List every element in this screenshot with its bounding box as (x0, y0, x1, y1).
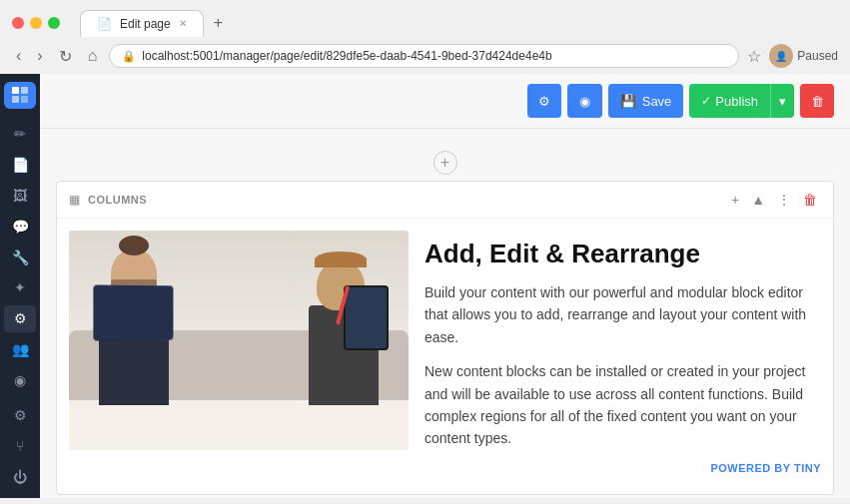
tab-favicon: 📄 (97, 17, 112, 31)
reload-button[interactable]: ↻ (55, 45, 76, 68)
block1-para2: New content blocks can be installed or c… (425, 360, 821, 450)
sidebar-item-media[interactable]: 🖼 (4, 183, 36, 210)
svg-rect-3 (21, 96, 28, 103)
columns-block-header: ▦ COLUMNS + ▲ ⋮ 🗑 (57, 182, 833, 219)
eye-icon: ◉ (579, 94, 590, 109)
avatar: 👤 (769, 44, 793, 68)
traffic-lights (12, 17, 60, 29)
address-bar[interactable]: 🔒 localhost:5001/manager/page/edit/829df… (109, 44, 739, 68)
columns-type-label: COLUMNS (88, 194, 147, 206)
profile-label: Paused (797, 49, 838, 63)
save-button[interactable]: 💾 Save (608, 84, 684, 118)
publish-dropdown-button[interactable]: ▾ (770, 84, 794, 118)
back-button[interactable]: ‹ (12, 45, 25, 67)
sidebar-item-edit[interactable]: ✏ (4, 121, 36, 148)
block1-heading: Add, Edit & Rearrange (425, 239, 821, 269)
gear-icon: ⚙ (538, 94, 550, 109)
add-block-top: + (56, 151, 834, 175)
columns-block-actions: + ▲ ⋮ 🗑 (727, 190, 821, 210)
sidebar-item-comments[interactable]: 💬 (4, 213, 36, 240)
sidebar-item-users[interactable]: 👥 (4, 336, 36, 363)
sidebar-logo (4, 82, 36, 109)
settings-button[interactable]: ⚙ (527, 84, 561, 118)
app-layout: ✏ 📄 🖼 💬 🔧 ✦ ⚙ 👥 ◉ ⚙ ⑂ ⏻ ⚙ ◉ 💾 Save (0, 74, 850, 498)
add-block-top-button[interactable]: + (433, 151, 457, 175)
tab-title: Edit page (120, 17, 171, 31)
minimize-light[interactable] (30, 17, 42, 29)
sidebar-item-tools[interactable]: 🔧 (4, 244, 36, 270)
address-bar-row: ‹ › ↻ ⌂ 🔒 localhost:5001/manager/page/ed… (0, 38, 850, 74)
maximize-light[interactable] (48, 17, 60, 29)
browser-chrome: 📄 Edit page ✕ + ‹ › ↻ ⌂ 🔒 localhost:5001… (0, 0, 850, 74)
svg-rect-1 (21, 87, 28, 94)
toolbar: ⚙ ◉ 💾 Save ✓ Publish ▾ 🗑 (40, 74, 850, 129)
new-tab-button[interactable]: + (204, 8, 233, 38)
lock-icon: 🔒 (122, 50, 136, 63)
sidebar-item-settings[interactable]: ⚙ (4, 305, 36, 332)
preview-button[interactable]: ◉ (567, 84, 602, 118)
block1-para1: Build your content with our powerful and… (425, 281, 821, 348)
column-image (69, 231, 409, 482)
save-label: Save (642, 94, 672, 109)
profile-button[interactable]: 👤 Paused (769, 44, 838, 68)
svg-rect-0 (12, 87, 19, 94)
columns-content: Add, Edit & Rearrange Build your content… (57, 219, 833, 494)
powered-by-label: POWERED BY TINY (425, 462, 821, 474)
column-text: Add, Edit & Rearrange Build your content… (425, 231, 821, 482)
columns-more-button[interactable]: ⋮ (773, 190, 795, 210)
sidebar: ✏ 📄 🖼 💬 🔧 ✦ ⚙ 👥 ◉ ⚙ ⑂ ⏻ (0, 74, 40, 498)
chevron-down-icon: ▾ (779, 94, 786, 109)
active-tab[interactable]: 📄 Edit page ✕ (80, 10, 204, 37)
columns-delete-button[interactable]: 🗑 (799, 190, 821, 210)
columns-up-button[interactable]: ▲ (747, 190, 769, 210)
sidebar-item-integrations[interactable]: ✦ (4, 274, 36, 301)
svg-rect-2 (12, 96, 19, 103)
trash-icon: 🗑 (811, 94, 824, 109)
forward-button[interactable]: › (33, 45, 46, 67)
sidebar-item-plugins[interactable]: ⚙ (4, 401, 36, 428)
publish-group: ✓ Publish ▾ (689, 84, 794, 118)
close-light[interactable] (12, 17, 24, 29)
check-icon: ✓ (701, 94, 711, 108)
home-button[interactable]: ⌂ (84, 45, 102, 67)
sidebar-item-pages[interactable]: 📄 (4, 152, 36, 179)
page-editing-area: + ▦ COLUMNS + ▲ ⋮ 🗑 (40, 129, 850, 498)
main-content: ⚙ ◉ 💾 Save ✓ Publish ▾ 🗑 (40, 74, 850, 498)
columns-add-button[interactable]: + (727, 190, 743, 210)
tab-bar: 📄 Edit page ✕ + (80, 8, 233, 38)
sidebar-item-power[interactable]: ⏻ (4, 463, 36, 490)
sidebar-item-visibility[interactable]: ◉ (4, 367, 36, 394)
delete-button[interactable]: 🗑 (800, 84, 834, 118)
columns-icon: ▦ (69, 193, 80, 207)
tab-close-button[interactable]: ✕ (179, 18, 187, 29)
columns-block: ▦ COLUMNS + ▲ ⋮ 🗑 (56, 181, 834, 495)
bookmark-button[interactable]: ☆ (747, 47, 761, 66)
sidebar-item-git[interactable]: ⑂ (4, 432, 36, 459)
save-icon: 💾 (620, 94, 636, 109)
publish-button[interactable]: ✓ Publish (689, 84, 770, 118)
url-text: localhost:5001/manager/page/edit/829dfe5… (142, 49, 551, 63)
publish-label: Publish (715, 94, 758, 109)
